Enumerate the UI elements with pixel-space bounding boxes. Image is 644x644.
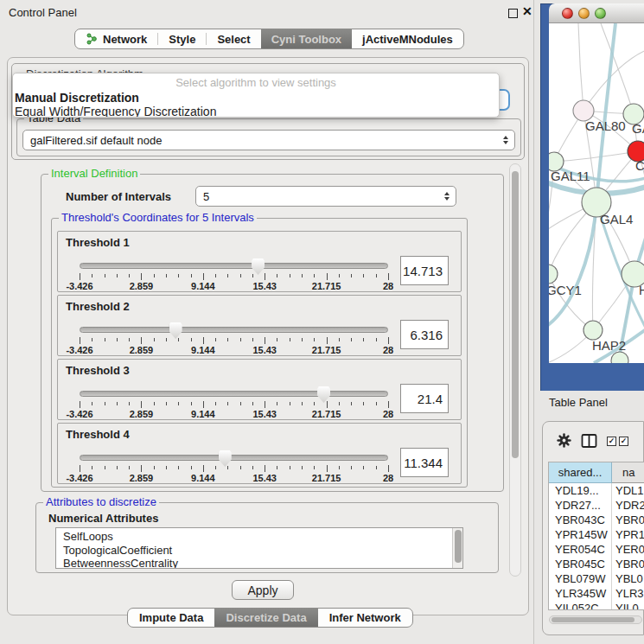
tick-label: -3.426 — [66, 473, 92, 483]
tick — [154, 402, 155, 405]
network-node[interactable] — [583, 321, 603, 340]
network-node[interactable] — [549, 265, 558, 284]
column-header-name[interactable]: na — [612, 462, 644, 483]
table-row[interactable]: YBR043C YBR0 — [549, 513, 644, 527]
threshold-slider[interactable]: -3.4262.8599.14415.4321.71528 — [80, 257, 388, 291]
scrollbar-thumb[interactable] — [455, 530, 462, 563]
network-node-label: GAL11 — [551, 169, 590, 183]
tick — [117, 402, 118, 405]
table-row[interactable]: YIL052C YIL0 — [549, 601, 644, 609]
attributes-list-scrollbar[interactable] — [452, 528, 462, 568]
tick — [166, 338, 167, 341]
cell-shared-name[interactable]: YDL19... — [549, 483, 612, 498]
cell-name[interactable]: YPR1 — [612, 527, 644, 542]
algorithm-dropdown-popup: Select algorithm to view settings Manual… — [12, 73, 500, 118]
attributes-list[interactable]: SelfLoopsTopologicalCoefficientBetweenne… — [55, 527, 463, 569]
number-of-intervals-combobox[interactable]: 5 — [195, 186, 456, 207]
tab-style[interactable]: Style — [158, 29, 206, 48]
tick — [215, 466, 216, 469]
slider-ticks — [80, 465, 388, 473]
checkbox-icon[interactable]: ✓ — [607, 437, 616, 446]
cell-shared-name[interactable]: YBL079W — [549, 571, 612, 586]
slider-track[interactable] — [80, 263, 388, 269]
threshold-value-field[interactable]: 11.344 — [400, 448, 449, 477]
checkbox-icon[interactable]: ✓ — [619, 437, 628, 446]
tab-cyni-toolbox[interactable]: Cyni Toolbox — [261, 29, 352, 48]
table-horizontal-scrollbar[interactable] — [549, 615, 642, 624]
column-header-shared-name[interactable]: shared... — [549, 462, 612, 483]
dropdown-option-manual-discretization[interactable]: Manual Discretization — [13, 91, 499, 105]
tab-impute-data[interactable]: Impute Data — [128, 609, 214, 627]
threshold-value-field[interactable]: 14.713 — [400, 256, 449, 285]
tab-label: Style — [169, 33, 195, 46]
cell-name[interactable]: YLR3 — [612, 586, 644, 601]
mac-zoom-button[interactable] — [595, 8, 606, 19]
tab-network[interactable]: Network — [75, 29, 157, 48]
table-row[interactable]: YLR345W YLR3 — [549, 586, 644, 601]
tick — [92, 274, 92, 277]
attributes-group: Attributes to discretize Numerical Attri… — [35, 502, 499, 573]
mac-close-button[interactable] — [562, 8, 573, 19]
control-panel-title: Control Panel — [9, 6, 77, 19]
attribute-list-item[interactable]: TopologicalCoefficient — [56, 544, 452, 558]
network-node-label: GAL80 — [585, 118, 626, 133]
cell-name[interactable]: YER0 — [612, 542, 644, 557]
table-row[interactable]: YPR145W YPR1 — [549, 527, 644, 542]
tab-select[interactable]: Select — [207, 29, 260, 48]
float-window-icon[interactable] — [508, 9, 518, 18]
tick — [302, 338, 303, 341]
tick — [215, 338, 216, 341]
tick — [178, 338, 179, 341]
cell-shared-name[interactable]: YLR345W — [549, 586, 612, 601]
mac-minimize-button[interactable] — [578, 8, 590, 19]
cell-name[interactable]: YDR2 — [612, 498, 644, 513]
main-vertical-scrollbar[interactable] — [509, 163, 521, 577]
tick — [129, 466, 130, 469]
cell-name[interactable]: YBR0 — [612, 513, 644, 527]
apply-button[interactable]: Apply — [232, 580, 294, 600]
tab-jactivemnodules[interactable]: jActiveMNodules — [352, 29, 463, 48]
cell-name[interactable]: YBR0 — [612, 557, 644, 571]
attribute-list-item[interactable]: SelfLoops — [56, 530, 452, 544]
slider-track[interactable] — [80, 327, 388, 333]
cell-shared-name[interactable]: YER054C — [549, 542, 612, 557]
table-row[interactable]: YDL19... YDL1 — [549, 483, 644, 498]
table-row[interactable]: YBL079W YBL0 — [549, 571, 644, 586]
cell-shared-name[interactable]: YDR27... — [549, 498, 612, 513]
attribute-list-item[interactable]: BetweennessCentrality — [56, 557, 452, 569]
columns-icon[interactable] — [581, 433, 597, 449]
cell-shared-name[interactable]: YIL052C — [549, 601, 612, 609]
scrollbar-thumb[interactable] — [552, 617, 634, 622]
tick — [290, 402, 290, 405]
network-node[interactable] — [611, 352, 628, 363]
table-row[interactable]: YER054C YER0 — [549, 542, 644, 557]
cell-name[interactable]: YDL1 — [612, 483, 644, 498]
table-row[interactable]: YDR27... YDR2 — [549, 498, 644, 513]
dropdown-option-equal-width-frequency[interactable]: Equal Width/Frequency Discretization — [13, 105, 499, 118]
network-canvas[interactable]: GAL80GACGAL11GAL4GCY1HHAP2 — [549, 23, 644, 363]
table-panel-toolbar: ✓ ✓ — [543, 422, 643, 460]
threshold-slider[interactable]: -3.4262.8599.14415.4321.71528 — [80, 385, 388, 419]
cell-name[interactable]: YIL0 — [612, 601, 644, 609]
thresholds-group: Threshold's Coordinates for 5 Intervals … — [51, 218, 468, 488]
slider-track[interactable] — [80, 391, 388, 397]
table-data-group: Table Data galFiltered.sif default node — [16, 118, 521, 156]
threshold-slider[interactable]: -3.4262.8599.14415.4321.71528 — [80, 449, 388, 483]
threshold-value-field[interactable]: 21.4 — [400, 384, 449, 413]
scrollbar-thumb[interactable] — [512, 171, 519, 458]
cell-shared-name[interactable]: YBR043C — [549, 513, 612, 527]
tick — [191, 466, 192, 469]
tab-discretize-data[interactable]: Discretize Data — [214, 609, 317, 627]
close-icon[interactable]: ✕ — [522, 4, 532, 18]
threshold-value-field[interactable]: 6.316 — [400, 320, 449, 349]
network-window-titlebar[interactable] — [549, 3, 644, 23]
cell-shared-name[interactable]: YPR145W — [549, 527, 612, 542]
slider-track[interactable] — [80, 455, 388, 461]
table-data-combobox[interactable]: galFiltered.sif default node — [22, 130, 515, 150]
table-row[interactable]: YBR045C YBR0 — [549, 557, 644, 571]
cell-name[interactable]: YBL0 — [612, 571, 644, 586]
cell-shared-name[interactable]: YBR045C — [549, 557, 612, 571]
threshold-slider[interactable]: -3.4262.8599.14415.4321.71528 — [80, 321, 388, 355]
tab-infer-network[interactable]: Infer Network — [318, 609, 412, 627]
gear-icon[interactable] — [557, 433, 571, 448]
